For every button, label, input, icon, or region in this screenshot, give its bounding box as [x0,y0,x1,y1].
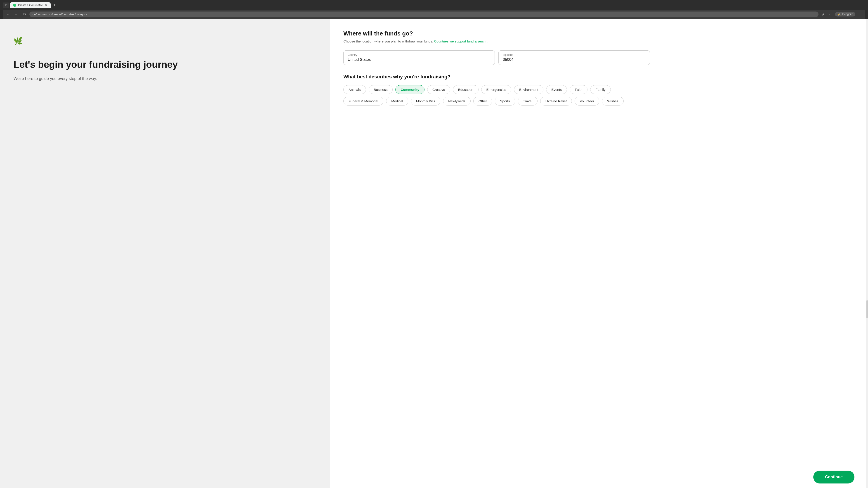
zip-value: 35004 [503,57,646,62]
category-pill-monthly-bills[interactable]: Monthly Bills [411,97,440,105]
category-pill-medical[interactable]: Medical [386,97,408,105]
active-browser-tab[interactable]: Create a GoFundMe ✕ [10,2,51,8]
category-pill-environment[interactable]: Environment [514,85,544,94]
url-display: gofundme.com/create/fundraiser/category [33,13,815,16]
browser-tab-bar: ▼ Create a GoFundMe ✕ + [3,2,865,8]
category-pill-ukraine-relief[interactable]: Ukraine Relief [540,97,572,105]
logo-icon: 🌿 [13,37,23,45]
incognito-badge: 🕵 Incognito [835,12,855,17]
category-pill-emergencies[interactable]: Emergencies [481,85,512,94]
page-content: 🌿 Let's begin your fundraising journey W… [0,19,868,488]
category-pill-creative[interactable]: Creative [427,85,450,94]
category-pill-newlyweds[interactable]: Newlyweds [443,97,471,105]
category-pill-animals[interactable]: Animals [343,85,366,94]
toolbar-actions: ★ ▭ 🕵 Incognito ⋮ [820,11,863,18]
category-pill-other[interactable]: Other [473,97,492,105]
tab-switcher-button[interactable]: ▼ [3,2,9,8]
right-panel: Where will the funds go? Choose the loca… [330,19,663,126]
menu-button[interactable]: ⋮ [857,11,863,18]
split-view-button[interactable]: ▭ [828,11,834,18]
continue-button[interactable]: Continue [813,470,855,484]
back-button[interactable]: ← [5,11,11,18]
category-section-title: What best describes why you're fundraisi… [343,74,650,80]
right-panel-wrapper: Where will the funds go? Choose the loca… [330,19,868,488]
browser-chrome: ▼ Create a GoFundMe ✕ + ← → ↻ gofundme.c… [0,0,868,19]
main-subheading: We're here to guide you every step of th… [13,76,316,82]
incognito-label: Incognito [842,13,853,16]
category-pill-business[interactable]: Business [369,85,393,94]
left-panel: 🌿 Let's begin your fundraising journey W… [0,19,330,488]
category-pill-education[interactable]: Education [453,85,478,94]
country-field[interactable]: Country United States [343,51,495,65]
main-heading: Let's begin your fundraising journey [13,59,316,70]
funds-section-desc: Choose the location where you plan to wi… [343,39,650,44]
reload-button[interactable]: ↻ [21,11,28,18]
category-pill-community[interactable]: Community [395,85,425,94]
countries-link[interactable]: Countries we support fundraisers in. [434,39,488,43]
browser-toolbar: ← → ↻ gofundme.com/create/fundraiser/cat… [3,10,865,19]
scrollbar-thumb [866,300,868,318]
footer-actions: Continue [330,466,868,488]
category-pill-funeral[interactable]: Funeral & Memorial [343,97,383,105]
bookmark-button[interactable]: ★ [820,11,826,18]
zip-field[interactable]: Zip code 35004 [498,51,650,65]
country-value: United States [348,57,491,62]
forward-button[interactable]: → [13,11,20,18]
new-tab-button[interactable]: + [52,2,58,8]
country-label: Country [348,53,491,57]
category-pill-events[interactable]: Events [546,85,567,94]
tab-favicon [13,4,16,7]
funds-section-title: Where will the funds go? [343,30,650,37]
logo: 🌿 [13,37,316,45]
zip-label: Zip code [503,53,646,57]
tab-title: Create a GoFundMe [18,4,43,7]
incognito-icon: 🕵 [837,13,841,16]
address-bar[interactable]: gofundme.com/create/fundraiser/category [29,11,818,17]
location-row: Country United States Zip code 35004 [343,51,650,65]
category-pill-travel[interactable]: Travel [518,97,537,105]
category-pill-wishes[interactable]: Wishes [602,97,623,105]
category-pill-sports[interactable]: Sports [495,97,515,105]
funds-desc-text: Choose the location where you plan to wi… [343,39,433,43]
categories-grid: AnimalsBusinessCommunityCreativeEducatio… [343,85,650,105]
scrollbar[interactable] [866,19,868,488]
category-pill-family[interactable]: Family [590,85,611,94]
category-pill-faith[interactable]: Faith [569,85,587,94]
tab-close-button[interactable]: ✕ [45,4,48,7]
category-pill-volunteer[interactable]: Volunteer [575,97,599,105]
